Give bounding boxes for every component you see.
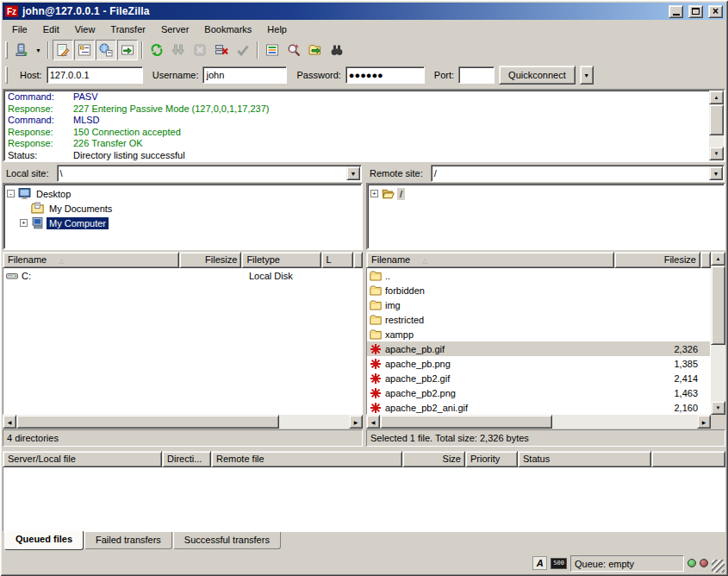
file-row[interactable]: C:Local Disk <box>3 268 362 283</box>
log-scroll-track[interactable] <box>709 135 724 147</box>
minimize-button[interactable] <box>669 5 683 18</box>
filename-text: C: <box>22 271 31 281</box>
queue-column-remote-file[interactable]: Remote file <box>211 451 402 467</box>
menu-edit[interactable]: Edit <box>35 22 67 37</box>
directory-listing-filters-button[interactable] <box>262 40 283 60</box>
scroll-left-icon[interactable]: ◀ <box>366 415 380 429</box>
log-scroll-thumb[interactable] <box>709 104 724 135</box>
menu-server[interactable]: Server <box>153 22 196 37</box>
local-hscrollbar[interactable]: ◀ ▶ <box>3 415 363 429</box>
queue-column-blank[interactable] <box>651 451 725 467</box>
file-row[interactable]: apache_pb.png1,385 <box>367 356 710 371</box>
scroll-right-icon[interactable]: ▶ <box>697 415 711 429</box>
chevron-down-icon[interactable]: ▼ <box>709 166 723 180</box>
site-manager-dropdown[interactable]: ▼ <box>33 40 44 60</box>
tab-failed-transfers[interactable]: Failed transfers <box>84 532 172 549</box>
tree-item-label[interactable]: My Documents <box>47 203 115 215</box>
reconnect-button[interactable] <box>233 40 253 60</box>
local-hscroll-track[interactable] <box>279 415 349 429</box>
tree-item-label[interactable]: Desktop <box>34 188 73 200</box>
scroll-down-icon[interactable]: ▼ <box>709 147 724 160</box>
tree-item-label[interactable]: / <box>397 188 405 200</box>
quickconnect-dropdown[interactable]: ▼ <box>580 66 594 85</box>
file-row[interactable]: apache_pb.gif2,326 <box>367 341 710 356</box>
toggle-local-tree-button[interactable] <box>74 40 95 60</box>
file-search-icon <box>287 43 301 57</box>
scroll-left-icon[interactable]: ◀ <box>3 415 16 429</box>
directory-comparison-button[interactable] <box>305 40 326 60</box>
queue-column-size[interactable]: Size <box>402 451 465 467</box>
queue-column-directi-[interactable]: Directi... <box>162 451 211 467</box>
tree-item[interactable]: +/ <box>368 186 724 201</box>
menu-bookmarks[interactable]: Bookmarks <box>196 22 259 37</box>
scroll-down-icon[interactable]: ▼ <box>711 401 725 415</box>
maximize-button[interactable] <box>688 5 703 18</box>
synchronized-browsing-button[interactable] <box>327 40 347 60</box>
remote-hscrollbar[interactable]: ◀ ▶ <box>366 415 711 429</box>
tree-item[interactable]: +My Computer <box>4 216 361 230</box>
log-scrollbar[interactable]: ▲ ▼ <box>709 91 724 160</box>
scroll-right-icon[interactable]: ▶ <box>349 415 363 429</box>
filename-text: apache_pb2_ani.gif <box>385 403 468 413</box>
tree-item[interactable]: -Desktop <box>4 186 361 201</box>
toggle-log-view-button[interactable] <box>53 40 73 60</box>
toggle-queue-view-button[interactable] <box>117 40 138 60</box>
local-hscroll-thumb[interactable] <box>16 415 279 429</box>
file-row[interactable]: .. <box>367 268 710 283</box>
close-button[interactable]: × <box>708 5 723 18</box>
tree-toggle-minus-icon[interactable]: - <box>7 190 15 197</box>
file-search-button[interactable] <box>283 40 304 60</box>
tree-item[interactable]: My Documents <box>4 201 361 216</box>
column-header-filesize[interactable]: Filesize <box>614 252 700 268</box>
file-row[interactable]: apache_pb2_ani.gif2,160 <box>367 400 710 415</box>
menu-transfer[interactable]: Transfer <box>103 22 153 37</box>
tree-toggle-plus-icon[interactable]: + <box>20 219 28 227</box>
resize-grip[interactable] <box>712 560 725 573</box>
column-header-blank <box>353 252 363 268</box>
queue-column-status[interactable]: Status <box>518 451 651 467</box>
menu-help[interactable]: Help <box>259 22 295 37</box>
column-header-filetype[interactable]: Filetype <box>241 252 320 268</box>
host-input[interactable] <box>47 66 143 84</box>
password-input[interactable] <box>345 66 425 84</box>
scroll-up-icon[interactable]: ▲ <box>709 91 724 104</box>
queue-column-priority[interactable]: Priority <box>465 451 518 467</box>
remote-vscrollbar[interactable]: ▲ ▼ <box>711 252 725 415</box>
file-row[interactable]: xampp <box>367 327 710 341</box>
tree-toggle-plus-icon[interactable]: + <box>370 190 378 197</box>
tree-item-label[interactable]: My Computer <box>47 217 109 229</box>
column-header-filesize[interactable]: Filesize <box>179 252 241 268</box>
file-row[interactable]: restricted <box>367 312 710 327</box>
quickconnect-bar: Host: Username: Password: Port: Quickcon… <box>3 62 725 88</box>
image-icon <box>369 402 383 414</box>
toggle-remote-tree-button[interactable] <box>96 40 116 60</box>
remote-site-combo[interactable]: / ▼ <box>431 165 725 182</box>
filename-text: forbidden <box>385 285 425 296</box>
remote-vscroll-track[interactable] <box>711 345 725 401</box>
username-input[interactable] <box>202 66 287 84</box>
menu-view[interactable]: View <box>67 22 103 37</box>
file-row[interactable]: apache_pb2.png1,463 <box>367 385 710 400</box>
site-manager-button[interactable] <box>11 40 32 60</box>
disconnect-button[interactable] <box>211 40 232 60</box>
remote-hscroll-thumb[interactable] <box>380 415 552 429</box>
remote-hscroll-track[interactable] <box>552 415 697 429</box>
local-site-combo[interactable]: \ ▼ <box>57 165 362 182</box>
speed-limit-icon[interactable]: 500 <box>551 558 567 569</box>
tab-queued-files[interactable]: Queued files <box>4 531 84 550</box>
menu-file[interactable]: File <box>4 22 35 37</box>
column-header-filename[interactable]: Filename△ <box>366 252 614 268</box>
file-row[interactable]: img <box>367 297 710 312</box>
column-header-filename[interactable]: Filename△ <box>3 252 179 268</box>
tab-successful-transfers[interactable]: Successful transfers <box>173 532 281 549</box>
file-row[interactable]: apache_pb2.gif2,414 <box>367 371 710 385</box>
scroll-up-icon[interactable]: ▲ <box>711 252 725 266</box>
file-row[interactable]: forbidden <box>367 283 710 297</box>
port-input[interactable] <box>458 66 495 84</box>
queue-column-server-local-file[interactable]: Server/Local file <box>3 451 162 467</box>
refresh-button[interactable] <box>146 40 167 60</box>
remote-vscroll-thumb[interactable] <box>711 266 725 345</box>
chevron-down-icon[interactable]: ▼ <box>346 166 360 180</box>
quickconnect-button[interactable]: Quickconnect <box>499 66 576 85</box>
column-header-l[interactable]: L <box>321 252 353 268</box>
